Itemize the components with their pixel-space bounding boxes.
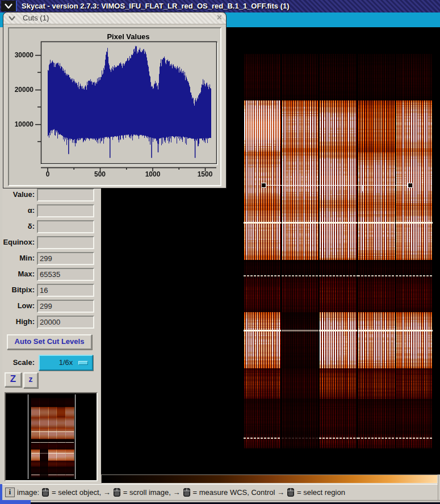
high-label: High: <box>2 317 35 326</box>
equinox-label: Equinox: <box>2 238 35 246</box>
cuts-dialog-title: Cuts (1) <box>23 14 49 22</box>
field-row-ra: α: <box>2 204 101 218</box>
window-menu-button[interactable] <box>1 1 17 11</box>
field-row-dec: δ: <box>2 220 101 234</box>
field-row-value: Value: <box>2 188 101 202</box>
colormap-bar[interactable] <box>101 474 438 484</box>
cut-line[interactable] <box>263 185 410 186</box>
mouse-icon <box>183 488 190 497</box>
ytick-30000: 30000 <box>9 51 33 59</box>
value-field[interactable] <box>37 188 94 201</box>
low-cut-input[interactable]: 299 <box>37 300 94 313</box>
status-text-3: = measure WCS, Control → <box>193 488 284 497</box>
status-text-0: image: <box>17 488 39 497</box>
cut-line-handle-right[interactable] <box>408 183 413 188</box>
pan-window[interactable] <box>5 392 98 481</box>
window-title: Skycat - version 2.7.3: VIMOS_IFU_FLAT_L… <box>22 0 290 12</box>
pan-thumbnail-canvas[interactable] <box>6 393 97 480</box>
cuts-window-menu-button[interactable] <box>7 14 17 22</box>
status-text-2: = scroll image, → <box>123 488 181 497</box>
skycat-window: Skycat - version 2.7.3: VIMOS_IFU_FLAT_L… <box>0 0 440 504</box>
dec-label: δ: <box>2 222 35 230</box>
field-row-low: Low: 299 <box>2 300 101 313</box>
field-row-high: High: 20000 <box>2 316 101 329</box>
value-label: Value: <box>2 190 35 199</box>
status-text-1: = select object, → <box>52 488 111 497</box>
xtick-500: 500 <box>83 170 117 178</box>
cut-line-handle-left[interactable] <box>261 183 266 188</box>
cut-line-tick <box>362 186 363 191</box>
info-icon: i <box>5 488 15 497</box>
ytick-20000: 20000 <box>9 86 33 94</box>
status-bar: i image: = select object, → = scroll ima… <box>2 484 438 500</box>
dec-field[interactable] <box>37 220 94 233</box>
close-icon[interactable]: × <box>217 12 222 23</box>
xtick-0: 0 <box>31 170 65 178</box>
field-row-equinox: Equinox: <box>2 236 101 250</box>
equinox-field[interactable] <box>37 236 94 249</box>
scale-label: Scale: <box>2 358 35 367</box>
max-field[interactable]: 65535 <box>37 268 94 281</box>
bitpix-label: Bitpix: <box>2 285 35 294</box>
mouse-icon <box>42 488 49 497</box>
high-cut-input[interactable]: 20000 <box>37 316 94 329</box>
mouse-icon <box>114 488 120 497</box>
field-row-bitpix: Bitpix: 16 <box>2 284 101 297</box>
cuts-dialog-titlebar[interactable]: Cuts (1) × <box>3 12 226 24</box>
mouse-icon <box>287 488 294 497</box>
zoom-out-button[interactable]: z <box>23 372 38 388</box>
zoom-in-button[interactable]: Z <box>5 372 22 387</box>
cuts-plot-canvas <box>9 28 220 185</box>
chevron-down-icon <box>9 16 15 20</box>
xtick-1000: 1000 <box>136 170 170 178</box>
chevron-down-icon <box>5 3 12 9</box>
window-titlebar[interactable]: Skycat - version 2.7.3: VIMOS_IFU_FLAT_L… <box>0 0 440 13</box>
ytick-10000: 10000 <box>9 120 33 128</box>
min-field[interactable]: 299 <box>37 252 94 265</box>
field-row-max: Max: 65535 <box>2 268 101 282</box>
ra-field[interactable] <box>37 204 94 217</box>
max-label: Max: <box>2 270 35 278</box>
plot-title: Pixel Values <box>43 32 213 41</box>
scale-option-menu[interactable]: 1/6x <box>39 355 93 371</box>
xtick-1500: 1500 <box>188 170 222 178</box>
field-row-min: Min: 299 <box>2 252 101 266</box>
bitpix-field[interactable]: 16 <box>37 284 94 297</box>
pixel-values-graph: Pixel Values 30000 20000 10000 0 500 100… <box>8 27 221 186</box>
low-label: Low: <box>2 301 35 310</box>
cuts-dialog: Cuts (1) × Pixel Values 30000 20000 1000… <box>3 12 226 188</box>
status-text-4: = select region <box>297 488 345 497</box>
option-menu-indicator-icon <box>78 361 88 365</box>
ra-label: α: <box>2 206 35 215</box>
min-label: Min: <box>2 254 35 262</box>
auto-set-cut-levels-button[interactable]: Auto Set Cut Levels <box>7 334 92 350</box>
